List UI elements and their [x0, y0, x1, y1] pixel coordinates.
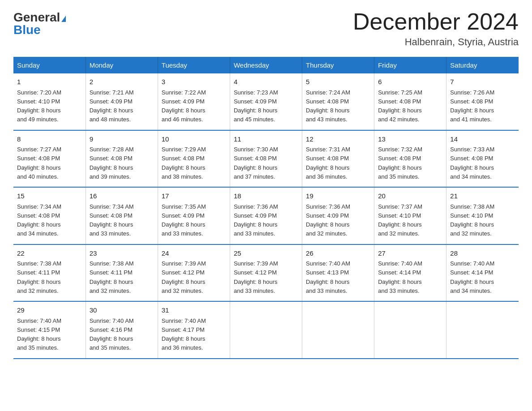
week-row-5: 29Sunrise: 7:40 AMSunset: 4:15 PMDayligh…	[13, 301, 519, 359]
day-info: Sunrise: 7:25 AMSunset: 4:08 PMDaylight:…	[378, 89, 422, 123]
logo-general-text: General	[13, 10, 60, 24]
day-cell-7: 7Sunrise: 7:26 AMSunset: 4:08 PMDaylight…	[446, 73, 519, 130]
day-cell-6: 6Sunrise: 7:25 AMSunset: 4:08 PMDaylight…	[374, 73, 446, 130]
day-cell-4: 4Sunrise: 7:23 AMSunset: 4:09 PMDaylight…	[230, 73, 302, 130]
day-number: 31	[162, 305, 226, 316]
day-number: 16	[90, 191, 154, 201]
day-number: 5	[306, 77, 370, 87]
day-number: 9	[90, 134, 154, 145]
day-info: Sunrise: 7:27 AMSunset: 4:08 PMDaylight:…	[17, 146, 61, 180]
day-cell-28: 28Sunrise: 7:40 AMSunset: 4:14 PMDayligh…	[446, 244, 519, 302]
week-row-4: 22Sunrise: 7:38 AMSunset: 4:11 PMDayligh…	[13, 244, 519, 302]
day-cell-10: 10Sunrise: 7:29 AMSunset: 4:08 PMDayligh…	[158, 130, 230, 188]
weekday-header-saturday: Saturday	[446, 57, 519, 73]
day-number: 1	[17, 77, 82, 87]
day-info: Sunrise: 7:38 AMSunset: 4:11 PMDaylight:…	[17, 260, 61, 294]
logo-line1: General	[13, 11, 66, 24]
day-info: Sunrise: 7:40 AMSunset: 4:14 PMDaylight:…	[378, 260, 422, 294]
day-cell-20: 20Sunrise: 7:37 AMSunset: 4:10 PMDayligh…	[374, 187, 446, 244]
empty-cell	[230, 301, 302, 359]
logo-blue-text: Blue	[13, 23, 41, 37]
day-cell-23: 23Sunrise: 7:38 AMSunset: 4:11 PMDayligh…	[86, 244, 158, 302]
day-cell-19: 19Sunrise: 7:36 AMSunset: 4:09 PMDayligh…	[302, 187, 374, 244]
day-cell-5: 5Sunrise: 7:24 AMSunset: 4:08 PMDaylight…	[302, 73, 374, 130]
day-cell-30: 30Sunrise: 7:40 AMSunset: 4:16 PMDayligh…	[86, 301, 158, 359]
day-number: 3	[162, 77, 226, 87]
day-cell-8: 8Sunrise: 7:27 AMSunset: 4:08 PMDaylight…	[13, 130, 86, 188]
day-info: Sunrise: 7:34 AMSunset: 4:08 PMDaylight:…	[90, 203, 134, 237]
day-number: 4	[234, 77, 298, 87]
day-number: 2	[90, 77, 154, 87]
empty-cell	[446, 301, 519, 359]
day-info: Sunrise: 7:26 AMSunset: 4:08 PMDaylight:…	[450, 89, 494, 123]
day-number: 29	[17, 305, 82, 316]
day-cell-26: 26Sunrise: 7:40 AMSunset: 4:13 PMDayligh…	[302, 244, 374, 302]
day-info: Sunrise: 7:37 AMSunset: 4:10 PMDaylight:…	[378, 203, 422, 237]
day-info: Sunrise: 7:35 AMSunset: 4:09 PMDaylight:…	[162, 203, 206, 237]
day-number: 17	[162, 191, 226, 201]
empty-cell	[374, 301, 446, 359]
day-info: Sunrise: 7:20 AMSunset: 4:10 PMDaylight:…	[17, 89, 61, 123]
day-number: 13	[378, 134, 442, 145]
day-info: Sunrise: 7:21 AMSunset: 4:09 PMDaylight:…	[90, 89, 134, 123]
day-number: 15	[17, 191, 82, 201]
day-info: Sunrise: 7:40 AMSunset: 4:15 PMDaylight:…	[17, 317, 61, 351]
location-text: Halbenrain, Styria, Austria	[353, 36, 519, 48]
day-number: 26	[306, 248, 370, 259]
day-cell-27: 27Sunrise: 7:40 AMSunset: 4:14 PMDayligh…	[374, 244, 446, 302]
day-number: 19	[306, 191, 370, 201]
day-info: Sunrise: 7:38 AMSunset: 4:10 PMDaylight:…	[450, 203, 494, 237]
day-info: Sunrise: 7:34 AMSunset: 4:08 PMDaylight:…	[17, 203, 61, 237]
day-number: 6	[378, 77, 442, 87]
day-number: 24	[162, 248, 226, 259]
day-number: 8	[17, 134, 82, 145]
week-row-2: 8Sunrise: 7:27 AMSunset: 4:08 PMDaylight…	[13, 130, 519, 188]
day-info: Sunrise: 7:40 AMSunset: 4:16 PMDaylight:…	[90, 317, 134, 351]
day-info: Sunrise: 7:22 AMSunset: 4:09 PMDaylight:…	[162, 89, 206, 123]
empty-cell	[302, 301, 374, 359]
day-cell-16: 16Sunrise: 7:34 AMSunset: 4:08 PMDayligh…	[86, 187, 158, 244]
day-cell-3: 3Sunrise: 7:22 AMSunset: 4:09 PMDaylight…	[158, 73, 230, 130]
day-info: Sunrise: 7:30 AMSunset: 4:08 PMDaylight:…	[234, 146, 278, 180]
day-info: Sunrise: 7:28 AMSunset: 4:08 PMDaylight:…	[90, 146, 134, 180]
weekday-header-sunday: Sunday	[13, 57, 86, 73]
day-info: Sunrise: 7:33 AMSunset: 4:08 PMDaylight:…	[450, 146, 494, 180]
day-number: 14	[450, 134, 515, 145]
day-cell-24: 24Sunrise: 7:39 AMSunset: 4:12 PMDayligh…	[158, 244, 230, 302]
day-info: Sunrise: 7:40 AMSunset: 4:14 PMDaylight:…	[450, 260, 494, 294]
day-number: 30	[90, 305, 154, 316]
week-row-1: 1Sunrise: 7:20 AMSunset: 4:10 PMDaylight…	[13, 73, 519, 130]
day-number: 21	[450, 191, 515, 201]
day-number: 25	[234, 248, 298, 259]
weekday-header-friday: Friday	[374, 57, 446, 73]
page-header: General Blue December 2024 Halbenrain, S…	[13, 9, 519, 48]
day-cell-15: 15Sunrise: 7:34 AMSunset: 4:08 PMDayligh…	[13, 187, 86, 244]
day-info: Sunrise: 7:40 AMSunset: 4:17 PMDaylight:…	[162, 317, 206, 351]
day-cell-1: 1Sunrise: 7:20 AMSunset: 4:10 PMDaylight…	[13, 73, 86, 130]
day-cell-31: 31Sunrise: 7:40 AMSunset: 4:17 PMDayligh…	[158, 301, 230, 359]
day-cell-17: 17Sunrise: 7:35 AMSunset: 4:09 PMDayligh…	[158, 187, 230, 244]
day-number: 20	[378, 191, 442, 201]
day-number: 27	[378, 248, 442, 259]
week-row-3: 15Sunrise: 7:34 AMSunset: 4:08 PMDayligh…	[13, 187, 519, 244]
day-number: 28	[450, 248, 515, 259]
day-info: Sunrise: 7:36 AMSunset: 4:09 PMDaylight:…	[306, 203, 350, 237]
day-cell-18: 18Sunrise: 7:36 AMSunset: 4:09 PMDayligh…	[230, 187, 302, 244]
day-cell-14: 14Sunrise: 7:33 AMSunset: 4:08 PMDayligh…	[446, 130, 519, 188]
day-number: 23	[90, 248, 154, 259]
day-info: Sunrise: 7:29 AMSunset: 4:08 PMDaylight:…	[162, 146, 206, 180]
weekday-header-tuesday: Tuesday	[158, 57, 230, 73]
day-info: Sunrise: 7:24 AMSunset: 4:08 PMDaylight:…	[306, 89, 350, 123]
day-cell-21: 21Sunrise: 7:38 AMSunset: 4:10 PMDayligh…	[446, 187, 519, 244]
weekday-header-wednesday: Wednesday	[230, 57, 302, 73]
day-number: 10	[162, 134, 226, 145]
day-info: Sunrise: 7:39 AMSunset: 4:12 PMDaylight:…	[162, 260, 206, 294]
day-info: Sunrise: 7:36 AMSunset: 4:09 PMDaylight:…	[234, 203, 278, 237]
day-info: Sunrise: 7:32 AMSunset: 4:08 PMDaylight:…	[378, 146, 422, 180]
day-cell-12: 12Sunrise: 7:31 AMSunset: 4:08 PMDayligh…	[302, 130, 374, 188]
weekday-header-thursday: Thursday	[302, 57, 374, 73]
day-cell-25: 25Sunrise: 7:39 AMSunset: 4:12 PMDayligh…	[230, 244, 302, 302]
day-cell-9: 9Sunrise: 7:28 AMSunset: 4:08 PMDaylight…	[86, 130, 158, 188]
logo: General Blue	[13, 9, 66, 36]
title-block: December 2024 Halbenrain, Styria, Austri…	[353, 9, 519, 48]
